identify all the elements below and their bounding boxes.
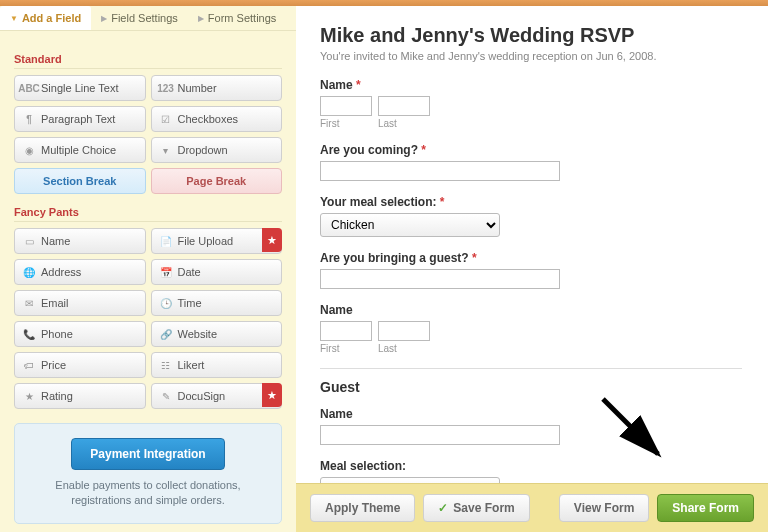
field-coming-block[interactable]: Are you coming? * [320, 143, 742, 181]
radio-icon: ◉ [22, 143, 36, 157]
form-description: You're invited to Mike and Jenny's weddi… [320, 50, 742, 62]
bringing-guest-input[interactable] [320, 269, 560, 289]
paragraph-icon: ¶ [22, 112, 36, 126]
star-badge-icon: ★ [262, 228, 282, 252]
group-standard: Standard [14, 53, 282, 69]
group-fancy-pants: Fancy Pants [14, 206, 282, 222]
meal-select[interactable]: Chicken [320, 213, 500, 237]
field-number[interactable]: 123Number [151, 75, 283, 101]
field-section-break[interactable]: Section Break [14, 168, 146, 194]
last-name-input[interactable] [378, 96, 430, 116]
field-paragraph-text[interactable]: ¶Paragraph Text [14, 106, 146, 132]
tab-field-settings[interactable]: ▶Field Settings [91, 6, 188, 30]
required-icon: * [472, 251, 477, 265]
dropdown-icon: ▾ [159, 143, 173, 157]
required-icon: * [440, 195, 445, 209]
guest-name-input[interactable] [320, 425, 560, 445]
field-dropdown[interactable]: ▾Dropdown [151, 137, 283, 163]
payment-integration-button[interactable]: Payment Integration [71, 438, 224, 470]
form-canvas: Mike and Jenny's Wedding RSVP You're inv… [296, 6, 768, 532]
field-file-upload[interactable]: 📄File Upload★ [151, 228, 283, 254]
first-name-input[interactable] [320, 96, 372, 116]
section-guest: Guest [320, 368, 742, 395]
name-icon: ▭ [22, 234, 36, 248]
check-icon: ✓ [438, 501, 448, 515]
price-icon: 🏷 [22, 358, 36, 372]
link-icon: 🔗 [159, 327, 173, 341]
view-form-button[interactable]: View Form [559, 494, 649, 522]
checkbox-icon: ☑ [159, 112, 173, 126]
field-docusign[interactable]: ✎DocuSign★ [151, 383, 283, 409]
field-guest-meal-block[interactable]: Meal selection: Chicken [320, 459, 742, 483]
field-meal-block[interactable]: Your meal selection: * Chicken [320, 195, 742, 237]
guest-first-name-input[interactable] [320, 321, 372, 341]
form-title: Mike and Jenny's Wedding RSVP [320, 24, 742, 47]
field-checkboxes[interactable]: ☑Checkboxes [151, 106, 283, 132]
tab-form-settings[interactable]: ▶Form Settings [188, 6, 286, 30]
number-icon: 123 [159, 81, 173, 95]
field-guest-fullname-block[interactable]: Name [320, 407, 742, 445]
field-rating[interactable]: ★Rating [14, 383, 146, 409]
field-single-line-text[interactable]: ABCSingle Line Text [14, 75, 146, 101]
field-likert[interactable]: ☷Likert [151, 352, 283, 378]
phone-icon: 📞 [22, 327, 36, 341]
required-icon: * [421, 143, 426, 157]
field-bringing-guest-block[interactable]: Are you bringing a guest? * [320, 251, 742, 289]
coming-input[interactable] [320, 161, 560, 181]
globe-icon: 🌐 [22, 265, 36, 279]
field-name[interactable]: ▭Name [14, 228, 146, 254]
field-page-break[interactable]: Page Break [151, 168, 283, 194]
field-price[interactable]: 🏷Price [14, 352, 146, 378]
field-address[interactable]: 🌐Address [14, 259, 146, 285]
star-badge-icon: ★ [262, 383, 282, 407]
share-form-button[interactable]: Share Form [657, 494, 754, 522]
file-upload-icon: 📄 [159, 234, 173, 248]
tab-add-field[interactable]: ▼Add a Field [0, 6, 91, 30]
footer-bar: Apply Theme ✓Save Form View Form Share F… [296, 483, 768, 532]
payment-integration-box: Payment Integration Enable payments to c… [14, 423, 282, 524]
field-name-block[interactable]: Name * First Last [320, 78, 742, 129]
field-date[interactable]: 📅Date [151, 259, 283, 285]
caret-icon: ▼ [10, 14, 18, 23]
field-time[interactable]: 🕒Time [151, 290, 283, 316]
caret-icon: ▶ [101, 14, 107, 23]
field-email[interactable]: ✉Email [14, 290, 146, 316]
sidebar: ▼Add a Field ▶Field Settings ▶Form Setti… [0, 6, 296, 532]
field-phone[interactable]: 📞Phone [14, 321, 146, 347]
field-multiple-choice[interactable]: ◉Multiple Choice [14, 137, 146, 163]
required-icon: * [356, 78, 361, 92]
sidebar-tabs: ▼Add a Field ▶Field Settings ▶Form Setti… [0, 6, 296, 31]
likert-icon: ☷ [159, 358, 173, 372]
save-form-button[interactable]: ✓Save Form [423, 494, 529, 522]
payment-description: Enable payments to collect donations, re… [25, 478, 271, 509]
caret-icon: ▶ [198, 14, 204, 23]
field-website[interactable]: 🔗Website [151, 321, 283, 347]
field-guest-name-block[interactable]: Name First Last [320, 303, 742, 354]
email-icon: ✉ [22, 296, 36, 310]
text-icon: ABC [22, 81, 36, 95]
docusign-icon: ✎ [159, 389, 173, 403]
clock-icon: 🕒 [159, 296, 173, 310]
guest-last-name-input[interactable] [378, 321, 430, 341]
star-icon: ★ [22, 389, 36, 403]
apply-theme-button[interactable]: Apply Theme [310, 494, 415, 522]
calendar-icon: 📅 [159, 265, 173, 279]
